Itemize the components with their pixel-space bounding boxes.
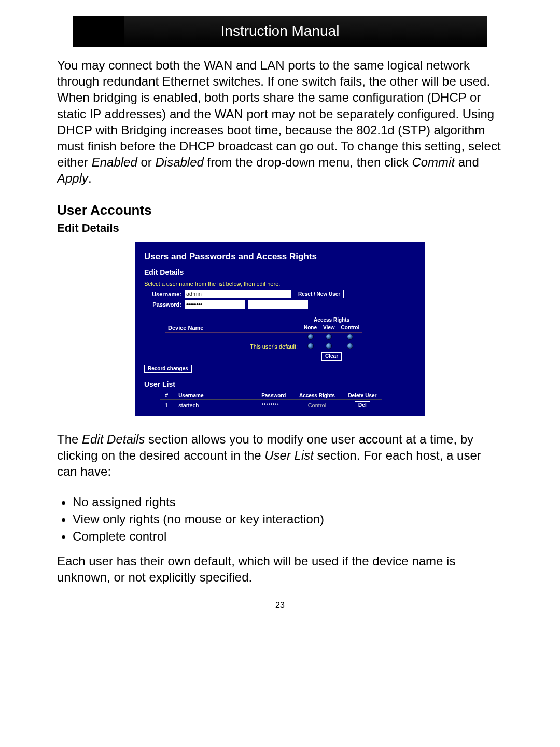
ul-col-username: Username xyxy=(173,392,256,400)
radio-none[interactable] xyxy=(307,334,314,340)
section-title: User Accounts xyxy=(57,202,503,218)
ul-col-num: # xyxy=(160,392,173,400)
ul-row-password: ******** xyxy=(256,399,291,410)
default-radio-none[interactable] xyxy=(307,343,314,349)
desc-text-1: The xyxy=(57,432,82,446)
intro-paragraph: You may connect both the WAN and LAN por… xyxy=(57,57,503,187)
default-label: This user's default: xyxy=(165,342,301,351)
bullet-2: View only rights (no mouse or key intera… xyxy=(73,512,503,527)
username-row: Username: admin Reset / New User xyxy=(144,290,416,298)
intro-text-1: You may connect both the WAN and LAN por… xyxy=(57,58,501,169)
section-subtitle: Edit Details xyxy=(57,222,503,235)
ss-title: Users and Passwords and Access Rights xyxy=(144,252,416,262)
access-rights-header: Access Rights xyxy=(301,316,362,324)
intro-disabled: Disabled xyxy=(155,155,203,169)
col-none: None xyxy=(301,324,320,333)
ul-row-username[interactable]: startech xyxy=(178,402,199,408)
intro-or: or xyxy=(137,155,156,169)
page-container: Instruction Manual You may connect both … xyxy=(57,0,503,636)
intro-apply: Apply xyxy=(57,171,88,185)
user-list-table: # Username Password Access Rights Delete… xyxy=(160,392,382,410)
intro-text-2: from the drop-down menu, then click xyxy=(204,155,412,169)
user-list-row: 1 startech ******** Control Del xyxy=(160,399,382,410)
default-radio-view[interactable] xyxy=(326,343,332,349)
password-row: Password: •••••••• xyxy=(144,300,416,309)
desc-user-list: User List xyxy=(264,448,314,462)
intro-enabled: Enabled xyxy=(92,155,137,169)
ss-edit-details-title: Edit Details xyxy=(144,268,416,276)
user-list-header-row: # Username Password Access Rights Delete… xyxy=(160,392,382,400)
radio-view[interactable] xyxy=(326,334,332,340)
access-rights-table: Access Rights Device Name None View Cont… xyxy=(165,316,362,362)
ul-col-password: Password xyxy=(256,392,291,400)
intro-commit: Commit xyxy=(412,155,455,169)
password-confirm-input[interactable] xyxy=(248,300,308,309)
username-input[interactable]: admin xyxy=(185,290,291,298)
ss-hint: Select a user name from the list below, … xyxy=(144,281,416,287)
intro-and: and xyxy=(455,155,479,169)
intro-dot: . xyxy=(88,171,92,185)
default-radio-control[interactable] xyxy=(347,343,353,349)
desc-paragraph: The Edit Details section allows you to m… xyxy=(57,431,503,480)
device-name-header: Device Name xyxy=(165,324,301,333)
embedded-screenshot: Users and Passwords and Access Rights Ed… xyxy=(135,242,425,416)
page-number: 23 xyxy=(57,601,503,610)
desc-edit-details: Edit Details xyxy=(82,432,145,446)
ul-row-rights: Control xyxy=(291,399,343,410)
delete-user-button[interactable]: Del xyxy=(355,401,370,409)
password-input[interactable]: •••••••• xyxy=(185,300,245,309)
clear-button[interactable]: Clear xyxy=(321,352,342,361)
user-list-title: User List xyxy=(144,380,416,389)
username-label: Username: xyxy=(144,291,181,297)
col-view: View xyxy=(320,324,338,333)
default-row: This user's default: xyxy=(165,342,362,351)
ul-col-delete: Delete User xyxy=(343,392,382,400)
desc2-paragraph: Each user has their own default, which w… xyxy=(57,553,503,585)
password-label: Password: xyxy=(144,301,181,308)
bullet-3: Complete control xyxy=(73,529,503,544)
blank-device-row xyxy=(165,332,362,342)
rights-bullet-list: No assigned rights View only rights (no … xyxy=(73,495,503,544)
record-changes-button[interactable]: Record changes xyxy=(144,365,192,373)
ul-row-num: 1 xyxy=(160,399,173,410)
col-control: Control xyxy=(338,324,363,333)
ul-col-rights: Access Rights xyxy=(291,392,343,400)
header-bar: Instruction Manual xyxy=(73,16,487,47)
reset-new-user-button[interactable]: Reset / New User xyxy=(295,290,344,298)
radio-control[interactable] xyxy=(347,334,353,340)
header-title: Instruction Manual xyxy=(221,23,340,39)
bullet-1: No assigned rights xyxy=(73,495,503,509)
